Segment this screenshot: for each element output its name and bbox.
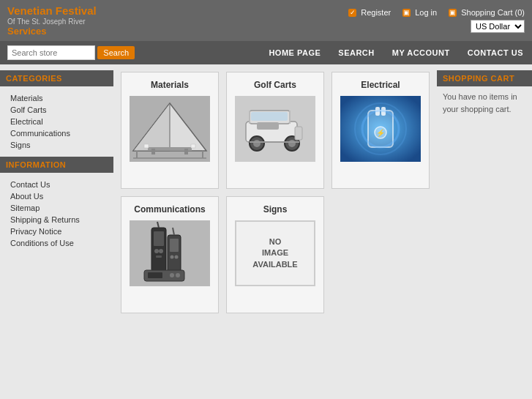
header-top-links: ✓ Register ▣ Log in ▣ Shopping Cart (0) bbox=[348, 8, 525, 17]
rss-icon-login: ▣ bbox=[402, 9, 411, 17]
svg-rect-9 bbox=[144, 144, 149, 148]
svg-point-36 bbox=[159, 249, 163, 253]
category-card-golf-carts[interactable]: Golf Carts bbox=[226, 72, 324, 189]
sidebar-about-us[interactable]: About Us bbox=[0, 190, 113, 202]
search-input[interactable] bbox=[7, 45, 95, 60]
svg-rect-40 bbox=[170, 239, 179, 252]
category-title-golf-carts: Golf Carts bbox=[254, 80, 296, 90]
category-card-signs[interactable]: Signs NOIMAGEAVAILABLE bbox=[226, 196, 324, 313]
svg-rect-16 bbox=[251, 112, 288, 121]
category-title-electrical: Electrical bbox=[361, 80, 400, 90]
content: Materials bbox=[113, 64, 437, 399]
sidebar-item-golf-carts[interactable]: Golf Carts bbox=[0, 104, 113, 116]
header-right: ✓ Register ▣ Log in ▣ Shopping Cart (0) … bbox=[348, 8, 525, 33]
sidebar-item-materials[interactable]: Materials bbox=[0, 92, 113, 104]
svg-rect-7 bbox=[151, 149, 155, 154]
right-sidebar: SHOPPING CART You have no items in your … bbox=[437, 64, 532, 399]
login-link[interactable]: Log in bbox=[415, 8, 437, 17]
materials-image bbox=[130, 96, 210, 162]
categories-title: CATEGORIES bbox=[0, 70, 113, 86]
category-title-signs: Signs bbox=[263, 204, 288, 215]
info-links: Contact Us About Us Sitemap Shipping & R… bbox=[0, 176, 113, 255]
svg-text:⚡: ⚡ bbox=[376, 128, 386, 138]
topbar-search: Search bbox=[0, 45, 142, 60]
svg-point-46 bbox=[170, 273, 174, 277]
svg-point-42 bbox=[175, 256, 179, 259]
logo-subtitle: Of The St. Joseph River bbox=[7, 18, 97, 26]
register-icon: ✓ bbox=[348, 9, 356, 17]
sidebar-contact-us[interactable]: Contact Us bbox=[0, 179, 113, 190]
cart-link[interactable]: Shopping Cart (0) bbox=[461, 8, 525, 17]
svg-point-21 bbox=[288, 140, 296, 147]
cart-message: You have no items in your shopping cart. bbox=[437, 91, 532, 115]
topbar: Search HOME PAGE SEARCH MY ACCOUNT CONTA… bbox=[0, 41, 532, 64]
svg-rect-8 bbox=[184, 149, 188, 154]
sidebar-item-communications[interactable]: Communications bbox=[0, 127, 113, 139]
cart-icon: ▣ bbox=[449, 9, 457, 17]
sidebar-privacy[interactable]: Privacy Notice bbox=[0, 225, 113, 237]
svg-rect-37 bbox=[156, 256, 162, 258]
category-grid-row2: Communications bbox=[121, 196, 430, 313]
svg-rect-45 bbox=[148, 272, 162, 278]
category-grid-row1: Materials bbox=[121, 72, 430, 189]
category-card-materials[interactable]: Materials bbox=[121, 72, 219, 189]
register-link[interactable]: Register bbox=[361, 8, 391, 17]
svg-point-35 bbox=[154, 249, 159, 253]
sidebar-shipping[interactable]: Shipping & Returns bbox=[0, 214, 113, 225]
golf-carts-image bbox=[235, 96, 315, 162]
category-title-materials: Materials bbox=[151, 80, 189, 90]
nav-search[interactable]: SEARCH bbox=[329, 44, 383, 61]
search-button[interactable]: Search bbox=[97, 46, 135, 59]
nav-account[interactable]: MY ACCOUNT bbox=[383, 44, 459, 61]
no-image-text: NOIMAGEAVAILABLE bbox=[252, 236, 297, 270]
topbar-nav: HOME PAGE SEARCH MY ACCOUNT CONTACT US bbox=[260, 44, 532, 61]
logo-area: Venetian Festival Of The St. Joseph Rive… bbox=[7, 4, 97, 37]
svg-rect-23 bbox=[295, 127, 302, 140]
svg-rect-34 bbox=[154, 231, 164, 246]
sidebar-conditions[interactable]: Conditions of Use bbox=[0, 237, 113, 249]
logo-title: Venetian Festival bbox=[7, 4, 97, 18]
nav-home[interactable]: HOME PAGE bbox=[260, 44, 329, 61]
svg-point-41 bbox=[171, 256, 174, 259]
category-card-communications[interactable]: Communications bbox=[121, 196, 219, 313]
header: Venetian Festival Of The St. Joseph Rive… bbox=[0, 0, 532, 41]
nav-contact[interactable]: CONTACT US bbox=[459, 44, 532, 61]
categories-links: Materials Golf Carts Electrical Communic… bbox=[0, 89, 113, 157]
svg-point-47 bbox=[176, 273, 180, 277]
category-title-communications: Communications bbox=[134, 204, 205, 215]
logo-services: Services bbox=[7, 26, 97, 37]
sidebar-item-signs[interactable]: Signs bbox=[0, 139, 113, 151]
info-title: INFORMATION bbox=[0, 157, 113, 173]
sidebar-sitemap[interactable]: Sitemap bbox=[0, 202, 113, 214]
main-layout: CATEGORIES Materials Golf Carts Electric… bbox=[0, 64, 532, 399]
sidebar-item-electrical[interactable]: Electrical bbox=[0, 116, 113, 127]
svg-point-19 bbox=[253, 140, 261, 147]
svg-rect-10 bbox=[191, 144, 195, 148]
sidebar: CATEGORIES Materials Golf Carts Electric… bbox=[0, 64, 113, 399]
category-card-electrical[interactable]: Electrical ⚡ bbox=[331, 72, 430, 189]
communications-image bbox=[130, 220, 210, 286]
electrical-image: ⚡ bbox=[340, 96, 421, 162]
currency-select[interactable]: US Dollar bbox=[471, 20, 525, 33]
cart-title: SHOPPING CART bbox=[437, 70, 532, 86]
svg-rect-17 bbox=[257, 122, 279, 130]
currency-wrapper: US Dollar bbox=[471, 20, 525, 33]
no-image-signs: NOIMAGEAVAILABLE bbox=[235, 220, 315, 286]
